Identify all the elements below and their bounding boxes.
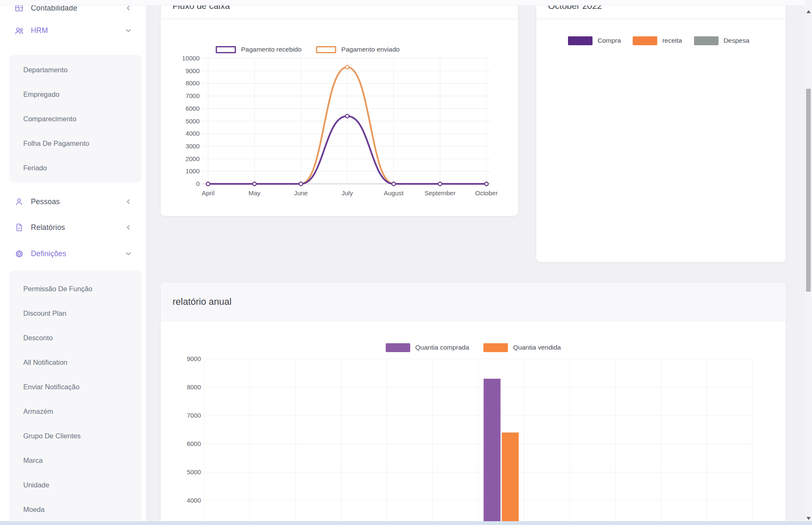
legend-swatch xyxy=(316,46,336,53)
svg-text:5000: 5000 xyxy=(186,118,200,125)
svg-text:10000: 10000 xyxy=(182,55,200,62)
chevron-down-icon xyxy=(126,251,131,257)
svg-text:8000: 8000 xyxy=(187,383,201,391)
svg-text:6000: 6000 xyxy=(186,105,200,112)
october-summary-card: October 2022 ComprareceitaDespesa xyxy=(536,0,786,262)
sidebar-subitem-enviar-notifica-o[interactable]: Enviar Notificação xyxy=(9,375,142,399)
sidebar-subitem-comparecimento[interactable]: Comparecimento xyxy=(9,107,142,131)
october-pie-legend: ComprareceitaDespesa xyxy=(568,36,749,46)
sidebar-subitem-permiss-o-de-fun-o[interactable]: Permissão De Função xyxy=(9,276,142,301)
sidebar-item-hrm[interactable]: HRM xyxy=(0,21,146,40)
legend-item[interactable]: Pagamento recebido xyxy=(216,46,302,53)
sidebar-item-relatorios[interactable]: Relatórios xyxy=(0,218,146,237)
annual-card-title: relatório anual xyxy=(173,296,231,308)
svg-text:September: September xyxy=(425,189,455,197)
svg-text:July: July xyxy=(342,189,353,197)
chevron-left-icon xyxy=(126,5,131,11)
legend-swatch xyxy=(216,46,236,53)
legend-item[interactable]: Pagamento enviado xyxy=(316,46,400,53)
sidebar-item-label: Pessoas xyxy=(31,197,60,206)
gear-icon xyxy=(14,249,24,259)
svg-text:1000: 1000 xyxy=(186,167,200,175)
sidebar-subitem-grupo-de-clientes[interactable]: Grupo De Clientes xyxy=(9,424,142,448)
document-icon xyxy=(14,222,24,232)
sidebar-item-pessoas[interactable]: Pessoas xyxy=(0,192,146,211)
sidebar-subitem-armaz-m[interactable]: Armazém xyxy=(9,399,142,424)
annual-card-header: relatório anual xyxy=(161,282,786,321)
svg-text:9000: 9000 xyxy=(186,67,200,74)
sidebar-item-definicoes[interactable]: Definições xyxy=(0,244,146,263)
legend-swatch xyxy=(568,36,593,45)
sidebar-item-label: Definições xyxy=(31,249,66,258)
svg-text:4000: 4000 xyxy=(186,130,200,137)
legend-label: Pagamento enviado xyxy=(341,46,400,53)
svg-text:7000: 7000 xyxy=(186,92,200,99)
october-pie-plot-area xyxy=(536,51,786,262)
sidebar-submenu-definicoes: Permissão De FunçãoDiscount PlanDesconto… xyxy=(9,271,142,525)
cashflow-card: Fluxo de caixa Pagamento recebidoPagamen… xyxy=(161,0,518,216)
svg-text:August: August xyxy=(384,189,404,197)
sidebar-subitem-all-notification[interactable]: All Notification xyxy=(9,350,142,375)
sidebar: Contabilidade HRM DepartamentoEmpregadoC… xyxy=(0,0,146,525)
users-icon xyxy=(14,25,24,36)
svg-text:9000: 9000 xyxy=(187,355,201,362)
svg-text:2000: 2000 xyxy=(186,155,200,162)
legend-item[interactable]: Compra xyxy=(568,36,621,45)
sidebar-subitem-feriado[interactable]: Feriado xyxy=(9,156,142,180)
annual-bar-chart: 900080007000600050004000 xyxy=(161,350,786,525)
legend-label: receita xyxy=(662,37,682,44)
chevron-down-icon xyxy=(126,28,131,33)
svg-text:5000: 5000 xyxy=(187,468,201,476)
sidebar-item-label: HRM xyxy=(31,26,48,35)
scroll-down-arrow[interactable] xyxy=(807,517,811,520)
sidebar-item-label: Relatórios xyxy=(31,223,65,232)
scrollbar-thumb[interactable] xyxy=(806,89,811,292)
cashflow-legend: Pagamento recebidoPagamento enviado xyxy=(216,44,400,55)
sidebar-subitem-desconto[interactable]: Desconto xyxy=(9,325,142,350)
sidebar-subitem-empregado[interactable]: Empregado xyxy=(9,82,142,107)
svg-text:June: June xyxy=(294,189,308,197)
legend-item[interactable]: receita xyxy=(633,36,682,45)
sidebar-submenu-hrm: DepartamentoEmpregadoComparecimentoFolha… xyxy=(9,55,142,183)
legend-item[interactable]: Despesa xyxy=(694,36,749,45)
annual-report-card: relatório anual Quantia compradaQuantia … xyxy=(161,282,786,525)
svg-text:3000: 3000 xyxy=(186,142,200,150)
cashflow-line-chart: 0100020003000400050006000700080009000100… xyxy=(161,55,518,203)
svg-text:4000: 4000 xyxy=(187,497,201,504)
legend-swatch xyxy=(694,36,719,45)
sidebar-subitem-unidade[interactable]: Unidade xyxy=(9,473,142,497)
bottom-scrollbar[interactable] xyxy=(0,521,812,525)
sidebar-subitem-discount-plan[interactable]: Discount Plan xyxy=(9,301,142,325)
svg-text:October: October xyxy=(475,189,498,197)
legend-label: Compra xyxy=(598,37,621,44)
legend-label: Despesa xyxy=(724,37,749,44)
top-navbar-edge xyxy=(0,0,812,5)
svg-text:7000: 7000 xyxy=(187,412,201,419)
sidebar-subitem-marca[interactable]: Marca xyxy=(9,448,142,473)
vertical-scrollbar xyxy=(805,0,812,525)
legend-swatch xyxy=(633,36,657,45)
svg-text:8000: 8000 xyxy=(186,79,200,87)
person-icon xyxy=(14,197,24,207)
svg-text:6000: 6000 xyxy=(187,440,201,447)
chevron-left-icon xyxy=(126,199,131,204)
svg-text:April: April xyxy=(202,189,214,197)
chevron-left-icon xyxy=(126,225,131,230)
scroll-up-arrow[interactable] xyxy=(807,10,811,13)
sidebar-subitem-departamento[interactable]: Departamento xyxy=(9,57,142,82)
sidebar-subitem-moeda[interactable]: Moeda xyxy=(9,497,142,522)
sidebar-subitem-folha-de-pagamento[interactable]: Folha De Pagamento xyxy=(9,131,142,156)
legend-label: Pagamento recebido xyxy=(241,46,302,53)
svg-text:0: 0 xyxy=(196,180,200,187)
svg-text:May: May xyxy=(249,189,261,197)
